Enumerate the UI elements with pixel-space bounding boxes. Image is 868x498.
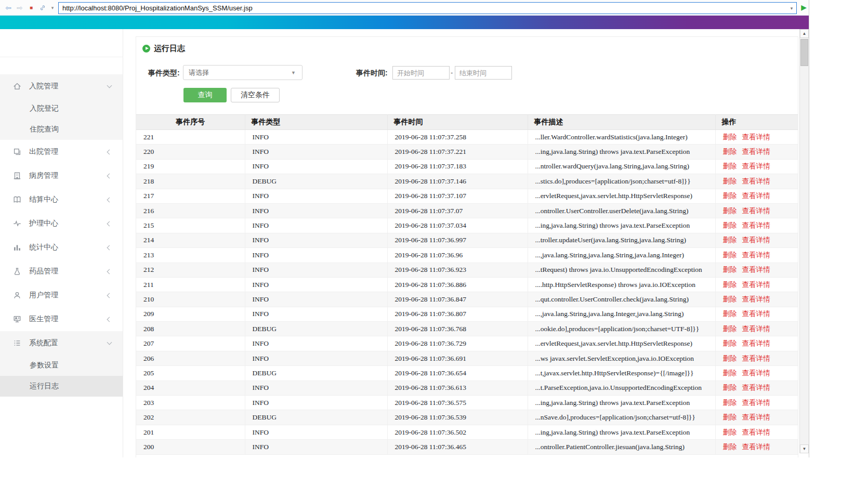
- cell-event-type: INFO: [245, 248, 387, 263]
- delete-link[interactable]: 删除: [723, 295, 737, 303]
- url-input[interactable]: [59, 4, 787, 12]
- view-detail-link[interactable]: 查看详情: [742, 339, 770, 347]
- sidebar-group-system[interactable]: 系统配置: [0, 331, 123, 355]
- sidebar-group-doctor[interactable]: 医生管理: [0, 307, 123, 331]
- view-detail-link[interactable]: 查看详情: [742, 207, 770, 215]
- start-time-input[interactable]: [392, 66, 450, 80]
- back-button[interactable]: ⇦: [4, 3, 13, 13]
- stop-button[interactable]: ■: [27, 3, 36, 13]
- vertical-scrollbar[interactable]: ▲ ▼: [799, 29, 809, 453]
- cell-event-type: INFO: [245, 440, 387, 454]
- query-button[interactable]: 查询: [183, 88, 227, 102]
- delete-link[interactable]: 删除: [723, 281, 737, 289]
- cell-event-desc: ...nSave.do],produces=[application/json;…: [528, 410, 715, 425]
- view-detail-link[interactable]: 查看详情: [742, 310, 770, 318]
- cell-actions: 删除查看详情: [715, 307, 798, 321]
- url-dropdown-icon[interactable]: ▾: [787, 6, 796, 11]
- delete-link[interactable]: 删除: [723, 399, 737, 407]
- delete-link[interactable]: 删除: [723, 177, 737, 185]
- cell-event-id: 219: [136, 159, 245, 174]
- view-detail-link[interactable]: 查看详情: [742, 443, 770, 451]
- view-detail-link[interactable]: 查看详情: [742, 325, 770, 333]
- cell-actions: 删除查看详情: [715, 233, 798, 247]
- sidebar-item-hospitalization-query[interactable]: 住院查询: [0, 119, 123, 140]
- delete-link[interactable]: 删除: [723, 310, 737, 318]
- view-detail-link[interactable]: 查看详情: [742, 192, 770, 200]
- address-bar[interactable]: ▾: [58, 2, 797, 14]
- delete-link[interactable]: 删除: [723, 369, 737, 377]
- cell-event-desc: ...ing,java.lang.String) throws java.tex…: [528, 145, 715, 159]
- view-detail-link[interactable]: 查看详情: [742, 251, 770, 259]
- user-icon: [12, 291, 22, 300]
- delete-link[interactable]: 删除: [723, 251, 737, 259]
- cell-event-time: 2019-06-28 11:07:36.997: [387, 233, 528, 247]
- sidebar-group-ward[interactable]: 病房管理: [0, 164, 123, 188]
- delete-link[interactable]: 删除: [723, 428, 737, 436]
- delete-link[interactable]: 删除: [723, 443, 737, 451]
- cell-event-desc: ...tRequest) throws java.io.UnsupportedE…: [528, 263, 715, 277]
- view-detail-link[interactable]: 查看详情: [742, 399, 770, 407]
- sidebar-group-settlement[interactable]: 结算中心: [0, 188, 123, 212]
- view-detail-link[interactable]: 查看详情: [742, 236, 770, 244]
- view-detail-link[interactable]: 查看详情: [742, 133, 770, 141]
- link-icon[interactable]: [38, 3, 47, 13]
- end-time-input[interactable]: [455, 66, 512, 80]
- delete-link[interactable]: 删除: [723, 236, 737, 244]
- scroll-up-button[interactable]: ▲: [800, 29, 809, 38]
- sidebar-group-user[interactable]: 用户管理: [0, 283, 123, 307]
- view-detail-link[interactable]: 查看详情: [742, 221, 770, 229]
- delete-link[interactable]: 删除: [723, 325, 737, 333]
- browser-window: ⇦ ⇨ ■ ▾ ▾ ▶ 入院管理入院登记住院查询出院管理病房管理结算中心护理中心…: [0, 0, 809, 457]
- delete-link[interactable]: 删除: [723, 384, 737, 391]
- sidebar-group-statistics[interactable]: 统计中心: [0, 235, 123, 259]
- cell-event-desc: ...ntroller.wardQuery(java.lang.String,j…: [528, 159, 715, 174]
- view-detail-link[interactable]: 查看详情: [742, 413, 770, 421]
- forward-button[interactable]: ⇨: [15, 3, 24, 13]
- cell-event-time: 2019-06-28 11:07:36.465: [387, 440, 528, 454]
- view-detail-link[interactable]: 查看详情: [742, 177, 770, 185]
- sidebar: 入院管理入院登记住院查询出院管理病房管理结算中心护理中心统计中心药品管理用户管理…: [0, 29, 123, 457]
- view-detail-link[interactable]: 查看详情: [742, 148, 770, 155]
- table-row: 202DEBUG2019-06-28 11:07:36.539...nSave.…: [136, 410, 798, 425]
- view-detail-link[interactable]: 查看详情: [742, 355, 770, 362]
- delete-link[interactable]: 删除: [723, 207, 737, 215]
- scroll-down-button[interactable]: ▼: [800, 444, 809, 453]
- delete-link[interactable]: 删除: [723, 162, 737, 170]
- nursing-icon: [12, 219, 22, 228]
- delete-link[interactable]: 删除: [723, 221, 737, 229]
- delete-link[interactable]: 删除: [723, 192, 737, 200]
- sidebar-group-medicine[interactable]: 药品管理: [0, 259, 123, 283]
- event-type-select[interactable]: 请选择 ▼: [183, 65, 303, 80]
- sidebar-item-run-log[interactable]: 运行日志: [0, 376, 123, 397]
- view-detail-link[interactable]: 查看详情: [742, 384, 770, 391]
- delete-link[interactable]: 删除: [723, 266, 737, 273]
- sidebar-item-admission-register[interactable]: 入院登记: [0, 98, 123, 119]
- sidebar-group-admission[interactable]: 入院管理: [0, 74, 123, 98]
- sidebar-group-discharge[interactable]: 出院管理: [0, 140, 123, 164]
- col-header-event-desc: 事件描述: [528, 115, 715, 130]
- view-detail-link[interactable]: 查看详情: [742, 295, 770, 303]
- scroll-thumb[interactable]: [800, 39, 808, 66]
- clear-button[interactable]: 清空条件: [231, 88, 280, 102]
- delete-link[interactable]: 删除: [723, 355, 737, 362]
- col-header-event-type: 事件类型: [245, 115, 387, 130]
- view-detail-link[interactable]: 查看详情: [742, 369, 770, 377]
- chevron-down-icon: [107, 340, 112, 345]
- sidebar-item-label: 统计中心: [29, 243, 58, 252]
- cell-actions: 删除查看详情: [715, 292, 798, 307]
- sidebar-item-param-settings[interactable]: 参数设置: [0, 355, 123, 376]
- view-detail-link[interactable]: 查看详情: [742, 266, 770, 273]
- sidebar-group-nursing[interactable]: 护理中心: [0, 212, 123, 235]
- go-button[interactable]: ▶: [801, 4, 807, 11]
- view-detail-link[interactable]: 查看详情: [742, 281, 770, 289]
- view-detail-link[interactable]: 查看详情: [742, 428, 770, 436]
- cell-event-type: INFO: [245, 381, 387, 395]
- toolbar-dropdown-icon[interactable]: ▾: [49, 3, 56, 13]
- delete-link[interactable]: 删除: [723, 133, 737, 141]
- view-detail-link[interactable]: 查看详情: [742, 162, 770, 170]
- cell-event-id: 214: [136, 233, 245, 247]
- delete-link[interactable]: 删除: [723, 413, 737, 421]
- delete-link[interactable]: 删除: [723, 148, 737, 155]
- delete-link[interactable]: 删除: [723, 339, 737, 347]
- log-table-body: 221INFO2019-06-28 11:07:37.258...ller.Wa…: [136, 130, 798, 455]
